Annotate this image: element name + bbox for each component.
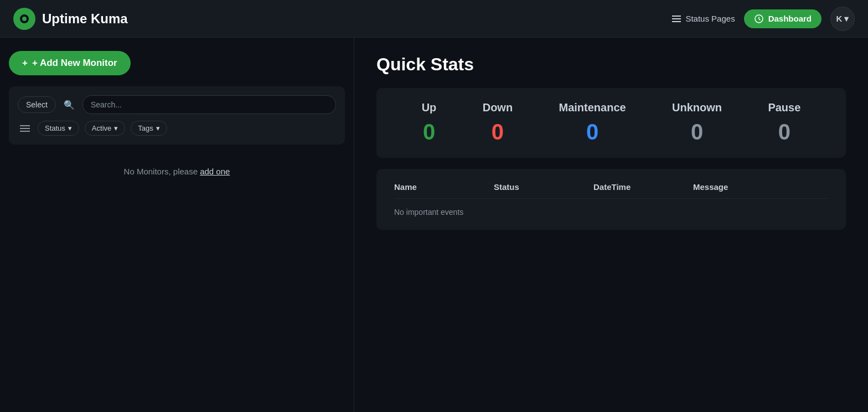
stat-maintenance-value: 0 (559, 120, 626, 145)
events-col-status: Status (494, 182, 560, 192)
stat-up-value: 0 (422, 120, 437, 145)
search-row: Select 🔍 (18, 95, 336, 114)
stat-pause-label: Pause (768, 101, 800, 114)
chevron-down-icon: ▾ (844, 14, 849, 24)
stat-unknown-value: 0 (672, 120, 722, 145)
status-pages-label: Status Pages (685, 14, 735, 23)
main-layout: + + Add New Monitor Select 🔍 Status ▾ (0, 38, 868, 412)
add-monitor-label: + Add New Monitor (32, 58, 117, 69)
active-filter-label: Active (92, 124, 111, 132)
stat-maintenance: Maintenance 0 (559, 101, 626, 145)
logo-icon (13, 8, 35, 30)
select-label: Select (26, 100, 48, 109)
no-monitors-message: No Monitors, please add one (9, 167, 345, 176)
tags-filter-button[interactable]: Tags ▾ (131, 121, 167, 136)
stat-down: Down 0 (483, 101, 513, 145)
stats-grid: Up 0 Down 0 Maintenance 0 Unknown 0 (399, 101, 824, 145)
quick-stats-title: Quick Stats (376, 54, 846, 75)
tags-filter-label: Tags (138, 124, 153, 132)
no-monitors-text: No Monitors, please (124, 167, 198, 176)
dashboard-button[interactable]: Dashboard (744, 9, 822, 28)
active-chevron-icon: ▾ (114, 124, 118, 132)
events-header: Name Status DateTime Message (394, 182, 828, 199)
svg-point-1 (22, 17, 27, 21)
stat-up: Up 0 (422, 101, 437, 145)
main-content: Quick Stats Up 0 Down 0 Maintenance 0 (354, 38, 868, 412)
stat-pause: Pause 0 (768, 101, 800, 145)
tags-chevron-icon: ▾ (156, 124, 160, 132)
add-monitor-button[interactable]: + + Add New Monitor (9, 51, 131, 75)
status-filter-button[interactable]: Status ▾ (38, 121, 79, 136)
header: Uptime Kuma Status Pages Dashboard K ▾ (0, 0, 868, 38)
dashboard-icon (754, 14, 764, 24)
sidebar: + + Add New Monitor Select 🔍 Status ▾ (0, 38, 354, 412)
stat-down-value: 0 (483, 120, 513, 145)
stat-up-label: Up (422, 101, 437, 114)
search-filter-panel: Select 🔍 Status ▾ Active ▾ (9, 86, 345, 145)
search-icon: 🔍 (64, 100, 75, 110)
events-col-datetime: DateTime (593, 182, 660, 192)
events-col-name: Name (394, 182, 461, 192)
dashboard-label: Dashboard (768, 14, 812, 23)
no-events-text: No important events (394, 208, 828, 217)
menu-icon (672, 16, 681, 22)
plus-icon: + (22, 58, 28, 69)
events-col-message: Message (693, 182, 760, 192)
search-icon-button[interactable]: 🔍 (61, 97, 77, 112)
hamburger-filter-icon[interactable] (18, 123, 32, 134)
filter-row: Status ▾ Active ▾ Tags ▾ (18, 121, 336, 136)
select-button[interactable]: Select (18, 96, 56, 113)
status-pages-button[interactable]: Status Pages (672, 14, 735, 23)
status-filter-label: Status (45, 124, 65, 132)
stat-pause-value: 0 (768, 120, 800, 145)
events-card: Name Status DateTime Message No importan… (376, 169, 846, 230)
add-one-link[interactable]: add one (200, 167, 230, 176)
header-right: Status Pages Dashboard K ▾ (672, 7, 855, 31)
search-input[interactable] (82, 95, 336, 114)
status-chevron-icon: ▾ (68, 124, 72, 132)
active-filter-button[interactable]: Active ▾ (85, 121, 125, 136)
header-left: Uptime Kuma (13, 8, 128, 30)
stat-maintenance-label: Maintenance (559, 101, 626, 114)
user-menu-button[interactable]: K ▾ (830, 7, 855, 31)
stat-unknown: Unknown 0 (672, 101, 722, 145)
stat-unknown-label: Unknown (672, 101, 722, 114)
app-title: Uptime Kuma (42, 11, 128, 27)
user-initial: K (836, 14, 843, 23)
stats-card: Up 0 Down 0 Maintenance 0 Unknown 0 (376, 88, 846, 158)
stat-down-label: Down (483, 101, 513, 114)
